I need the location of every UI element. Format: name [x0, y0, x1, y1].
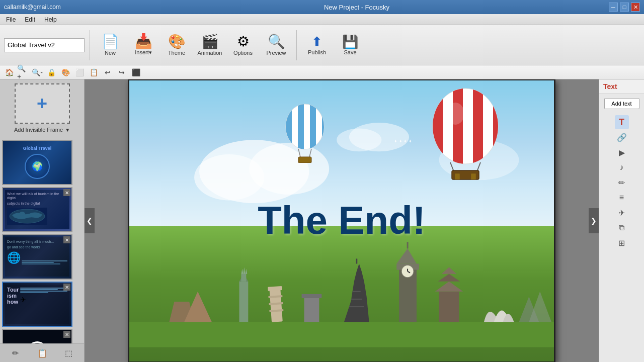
- add-text-button[interactable]: Add text: [604, 98, 639, 109]
- list-bottom-button[interactable]: 📋: [34, 346, 50, 360]
- slide-canvas[interactable]: ✦ ✦ ✦ ✦: [128, 79, 555, 362]
- svg-rect-23: [493, 88, 503, 164]
- brush-icon[interactable]: ✏: [615, 175, 629, 190]
- add-frame-icon: +: [37, 93, 47, 114]
- more-icon[interactable]: ⊞: [615, 236, 629, 250]
- undo-icon[interactable]: ↩: [102, 66, 114, 78]
- add-invisible-frame-label: Add Invisible Frame: [14, 127, 63, 133]
- svg-rect-14: [322, 104, 328, 149]
- svg-rect-44: [304, 297, 319, 322]
- zoom-in-icon[interactable]: 🔍+: [17, 66, 29, 78]
- canvas-nav-right[interactable]: ❯: [589, 208, 599, 233]
- music-icon[interactable]: ♪: [615, 160, 629, 174]
- toolbar: 📄 New 📥 Insert▾ 🎨 Theme 🎬 Animation ⚙ Op…: [0, 25, 644, 65]
- theme-icon: 🎨: [168, 35, 186, 49]
- menubar: File Edit Help: [0, 14, 644, 25]
- loading-spinner: [27, 341, 47, 343]
- iconbar: 🏠 🔍+ 🔍- 🔒 🎨 ⬜ 📋 ↩ ↪ ⬛: [0, 65, 644, 79]
- theme-button[interactable]: 🎨 Theme: [162, 28, 192, 62]
- menu-file[interactable]: File: [2, 15, 20, 24]
- insert-button[interactable]: 📥 Insert▾: [128, 28, 158, 62]
- titlebar-spacer: callamilk@gmail.com: [4, 4, 105, 11]
- svg-rect-45: [302, 294, 322, 298]
- zoom-out-icon[interactable]: 🔍-: [31, 66, 43, 78]
- animation-icon: 🎬: [201, 35, 219, 49]
- add-frame-area: + Add Invisible Frame ▼: [0, 79, 84, 138]
- slide-close-2[interactable]: ✕: [63, 189, 70, 196]
- redo-icon[interactable]: ↪: [116, 66, 128, 78]
- fullscreen-icon[interactable]: ⬛: [130, 66, 142, 78]
- toolbar-separator-2: [296, 30, 297, 60]
- slide-item-4[interactable]: ✕ Tourismhow ✈: [2, 282, 72, 327]
- options-label: Options: [233, 50, 253, 56]
- plane-icon[interactable]: ✈: [615, 206, 629, 220]
- animation-button[interactable]: 🎬 Animation: [195, 28, 225, 62]
- copy-icon[interactable]: 📋: [88, 66, 100, 78]
- project-name-input[interactable]: [4, 38, 85, 52]
- slide-item-3[interactable]: ✕ Don't worry thing all is much... go an…: [2, 234, 72, 280]
- slide-item-2[interactable]: ✕ What we will talk of tourism in the di…: [2, 187, 72, 232]
- svg-rect-17: [298, 157, 311, 163]
- save-icon: 💾: [342, 35, 358, 48]
- svg-rect-12: [298, 104, 304, 149]
- link-icon[interactable]: 🔗: [615, 130, 629, 144]
- svg-rect-59: [439, 292, 459, 322]
- close-button[interactable]: ✕: [631, 3, 640, 12]
- preview-label: Preview: [266, 50, 286, 56]
- preview-icon: 🔍: [268, 35, 285, 49]
- copy-panel-icon[interactable]: ⧉: [615, 221, 629, 235]
- lock-icon[interactable]: 🔒: [45, 66, 57, 78]
- frame-bottom-button[interactable]: ⬚: [61, 346, 77, 360]
- titlebar-title: New Project - Focusky: [105, 4, 609, 11]
- minimize-button[interactable]: ─: [609, 3, 618, 12]
- svg-marker-57: [396, 248, 417, 263]
- svg-marker-61: [438, 274, 460, 282]
- svg-rect-21: [453, 88, 463, 164]
- right-icon-row: T 🔗 ▶ ♪ ✏ ≡ ✈ ⧉ ⊞: [599, 113, 644, 252]
- publish-button[interactable]: ⬆ Publish: [302, 28, 332, 62]
- options-button[interactable]: ⚙ Options: [228, 28, 258, 62]
- left-panel: + Add Invisible Frame ▼ Global Travel 🌍: [0, 79, 85, 362]
- svg-line-15: [298, 149, 300, 157]
- lines-icon[interactable]: ≡: [615, 191, 629, 205]
- new-label: New: [105, 50, 116, 56]
- maximize-button[interactable]: □: [620, 3, 629, 12]
- insert-label: Insert▾: [135, 49, 152, 56]
- slide-item-1[interactable]: Global Travel 🌍: [2, 140, 72, 185]
- svg-rect-11: [286, 104, 292, 149]
- insert-icon: 📥: [135, 34, 152, 48]
- svg-rect-20: [433, 88, 443, 164]
- save-button[interactable]: 💾 Save: [335, 28, 365, 62]
- slide-list: Global Travel 🌍 ✕ What we will talk of t…: [0, 138, 84, 343]
- slide-close-4[interactable]: ✕: [63, 284, 70, 291]
- publish-icon: ⬆: [311, 35, 323, 48]
- theme-label: Theme: [168, 50, 185, 56]
- video-icon[interactable]: ▶: [615, 145, 629, 159]
- add-invisible-frame-button[interactable]: Add Invisible Frame ▼: [12, 126, 72, 134]
- slide-close-3[interactable]: ✕: [63, 236, 70, 243]
- slide-close-5[interactable]: ✕: [63, 331, 70, 338]
- slide-item-5[interactable]: ✕: [2, 329, 72, 343]
- right-panel: Text Add text T 🔗 ▶ ♪ ✏ ≡ ✈ ⧉ ⊞: [599, 79, 644, 362]
- preview-button[interactable]: 🔍 Preview: [261, 28, 291, 62]
- add-invisible-frame-chevron: ▼: [65, 127, 70, 133]
- svg-marker-36: [241, 269, 243, 274]
- canvas-nav-left[interactable]: ❮: [85, 208, 95, 233]
- svg-rect-13: [310, 104, 316, 149]
- add-frame-button[interactable]: +: [15, 83, 70, 124]
- menu-help[interactable]: Help: [40, 15, 61, 24]
- svg-marker-37: [243, 267, 245, 274]
- home-icon[interactable]: 🏠: [3, 66, 15, 78]
- edit-bottom-button[interactable]: ✏: [8, 346, 24, 360]
- animation-label: Animation: [198, 50, 222, 56]
- publish-label: Publish: [308, 49, 326, 55]
- svg-rect-22: [473, 88, 483, 164]
- text-format-icon[interactable]: T: [615, 115, 629, 129]
- svg-marker-38: [245, 269, 247, 274]
- frame-icon[interactable]: ⬜: [73, 66, 86, 78]
- menu-edit[interactable]: Edit: [21, 15, 39, 24]
- svg-rect-35: [241, 274, 246, 282]
- svg-rect-33: [239, 282, 248, 322]
- color-icon[interactable]: 🎨: [59, 66, 71, 78]
- new-button[interactable]: 📄 New: [95, 28, 125, 62]
